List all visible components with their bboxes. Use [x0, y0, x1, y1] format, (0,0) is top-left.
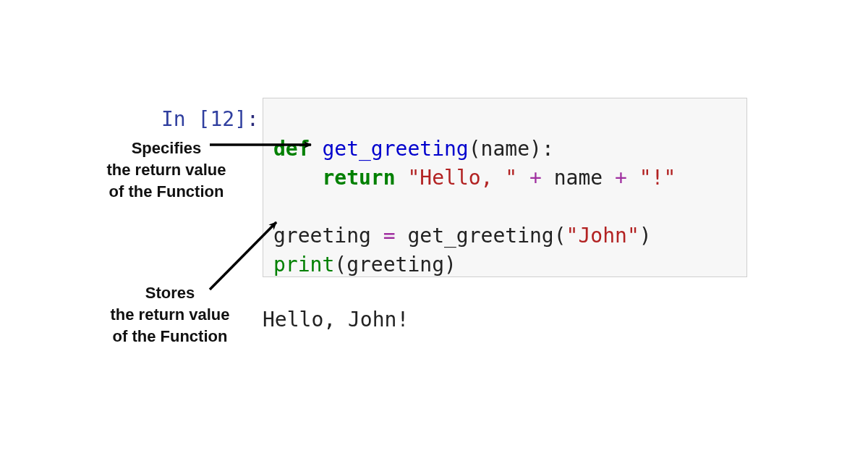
diagram-stage: In [12]: def get_greeting(name): return … — [0, 0, 868, 456]
arrow-icon — [0, 0, 868, 456]
svg-line-1 — [210, 222, 276, 290]
